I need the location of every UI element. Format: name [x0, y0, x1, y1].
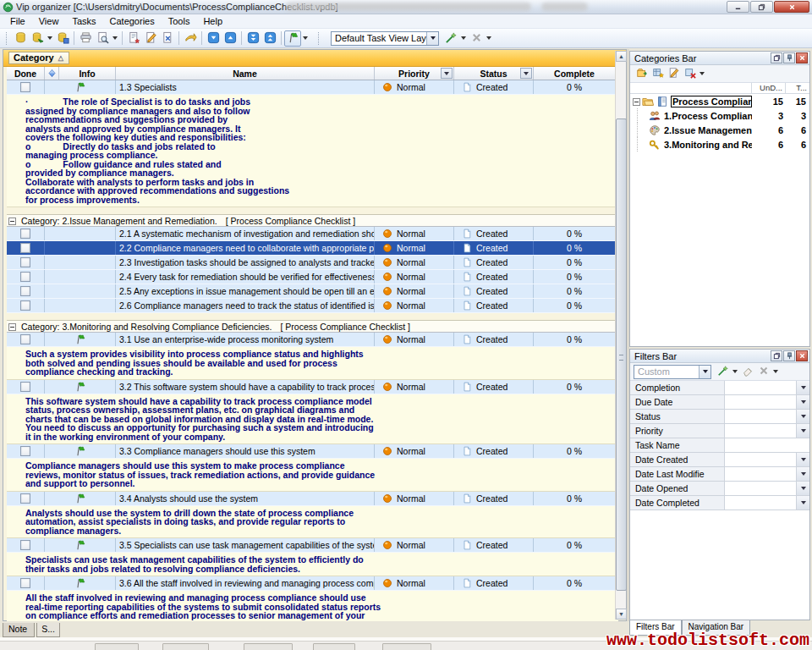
task-row[interactable]: 3.4 Analysts should use the systemNormal… [7, 492, 618, 506]
task-row[interactable]: 3.1 Use an enterprise-wide process monit… [7, 333, 618, 347]
minimize-button[interactable] [727, 1, 749, 13]
move-to-bottom-button[interactable] [244, 30, 261, 47]
tab-s[interactable]: S... [36, 623, 60, 637]
move-down-button[interactable] [205, 30, 222, 47]
column-header-complete[interactable]: Complete [534, 67, 615, 80]
group-by-category-chip[interactable]: Category △ [8, 52, 69, 64]
tree-column-undone[interactable]: UnD... [752, 83, 786, 93]
task-done-checkbox[interactable] [20, 382, 30, 392]
tree-item[interactable]: 2.Issue Management and Re66 [630, 123, 809, 137]
tree-item[interactable]: 1.Process Compliance: Key33 [630, 108, 809, 123]
save-database-button[interactable] [54, 30, 71, 47]
panel-close-icon[interactable] [796, 52, 808, 63]
task-row[interactable]: 2.5 Any exceptions in issue management s… [7, 284, 618, 299]
task-done-checkbox[interactable] [20, 300, 30, 311]
category-group-header[interactable]: Category: 2.Issue Management and Remedia… [7, 214, 618, 227]
tree-item[interactable]: Process Compliance Checkli1515 [630, 94, 809, 108]
maximize-button[interactable] [750, 1, 773, 13]
filter-value-field[interactable] [725, 482, 796, 495]
column-header-priority[interactable]: Priority [375, 67, 454, 80]
task-done-checkbox[interactable] [20, 257, 30, 267]
filter-value-field[interactable] [725, 453, 796, 466]
filter-dropdown-button[interactable] [796, 381, 809, 394]
delete-task-button[interactable] [159, 30, 176, 47]
task-done-checkbox[interactable] [20, 286, 30, 296]
filter-preset-combo[interactable]: Custom [634, 365, 711, 379]
new-database-button[interactable] [12, 30, 29, 47]
task-row[interactable]: 2.4 Every task for remediation should be… [7, 270, 618, 284]
task-done-checkbox[interactable] [20, 334, 30, 344]
task-done-checkbox[interactable] [20, 82, 30, 92]
task-done-checkbox[interactable] [20, 243, 30, 253]
scroll-up-arrow[interactable]: ▲ [616, 51, 627, 62]
apply-layout-button[interactable] [442, 30, 459, 47]
panel-pin-icon[interactable] [783, 350, 795, 361]
filter-dropdown-button[interactable] [796, 496, 809, 510]
scroll-down-arrow[interactable]: ▼ [616, 609, 627, 620]
priority-filter-button[interactable] [441, 68, 453, 79]
filter-value-field[interactable] [725, 410, 796, 423]
task-row[interactable]: 2.1 A systematic mechanism of investigat… [7, 227, 618, 241]
delete-category-button[interactable] [682, 66, 698, 81]
filter-dropdown-button[interactable] [796, 424, 809, 438]
edit-task-button[interactable] [142, 30, 159, 47]
edit-category-button[interactable] [666, 66, 682, 81]
delete-layout-button[interactable] [468, 30, 485, 47]
task-done-checkbox[interactable] [20, 493, 30, 504]
panel-close-icon[interactable] [796, 350, 808, 361]
filter-value-field[interactable] [725, 496, 796, 510]
task-done-checkbox[interactable] [20, 272, 30, 282]
task-row[interactable]: 2.3 Investigation tasks should be assign… [7, 256, 618, 270]
dropdown-caret-icon[interactable] [732, 370, 738, 373]
category-group-header[interactable]: Category: 3.Monitoring and Resolving Com… [7, 320, 618, 333]
tab-note[interactable]: Note [3, 623, 35, 637]
move-to-top-button[interactable] [261, 30, 278, 47]
filter-dropdown-button[interactable] [796, 410, 809, 423]
panel-pin-icon[interactable] [783, 52, 795, 63]
filter-dropdown-button[interactable] [796, 467, 809, 481]
task-row[interactable]: 3.5 Specialists can use task management … [7, 538, 618, 553]
delete-filter-button[interactable] [755, 364, 771, 379]
dropdown-caret-icon[interactable] [303, 36, 308, 40]
column-header-done[interactable]: Done [7, 67, 45, 80]
panel-restore-icon[interactable] [771, 52, 782, 63]
status-filter-button[interactable] [520, 68, 532, 79]
filter-value-field[interactable] [725, 467, 796, 481]
column-header-name[interactable]: Name [116, 67, 375, 80]
scrollbar-thumb[interactable] [616, 118, 627, 591]
filter-dropdown-button[interactable] [796, 453, 809, 466]
print-button[interactable] [77, 30, 94, 47]
task-done-checkbox[interactable] [20, 446, 30, 456]
filter-dropdown-button[interactable] [796, 482, 809, 495]
close-button[interactable] [774, 1, 809, 13]
apply-filter-button[interactable] [715, 364, 731, 379]
task-done-checkbox[interactable] [20, 578, 30, 588]
filter-value-field[interactable] [725, 424, 796, 438]
menu-categories[interactable]: Categories [103, 15, 162, 27]
layout-combo-dropdown[interactable] [426, 32, 438, 45]
filter-value-field[interactable] [725, 395, 796, 409]
add-category-button[interactable] [650, 66, 666, 81]
goto-task-button[interactable] [182, 30, 199, 47]
print-preview-button[interactable] [94, 30, 111, 47]
column-header-info[interactable]: Info [59, 67, 116, 80]
new-list-button[interactable] [634, 66, 650, 81]
filter-value-field[interactable] [725, 381, 796, 394]
tree-column-total[interactable]: T... [786, 83, 809, 93]
task-row[interactable]: 3.6 All the staff involved in reviewing … [7, 576, 618, 591]
move-up-button[interactable] [222, 30, 239, 47]
task-row[interactable]: 3.2 This software system should have a c… [7, 380, 618, 394]
column-header-status[interactable]: Status [454, 67, 534, 80]
panel-restore-icon[interactable] [771, 350, 782, 361]
dropdown-caret-icon[interactable] [461, 36, 466, 40]
menu-tools[interactable]: Tools [162, 15, 197, 27]
task-row[interactable]: 1.3 SpecialistsNormalCreated0 % [7, 80, 618, 95]
filter-preset-dropdown[interactable] [699, 366, 710, 378]
menu-file[interactable]: File [3, 15, 32, 27]
open-database-button[interactable] [29, 30, 46, 47]
priority-diamond-icon[interactable] [45, 67, 59, 80]
task-done-checkbox[interactable] [20, 540, 30, 550]
menu-view[interactable]: View [32, 15, 66, 27]
task-row[interactable]: 2.2 Compliance managers need to collabor… [7, 241, 618, 256]
flag-filter-button[interactable] [284, 30, 301, 47]
